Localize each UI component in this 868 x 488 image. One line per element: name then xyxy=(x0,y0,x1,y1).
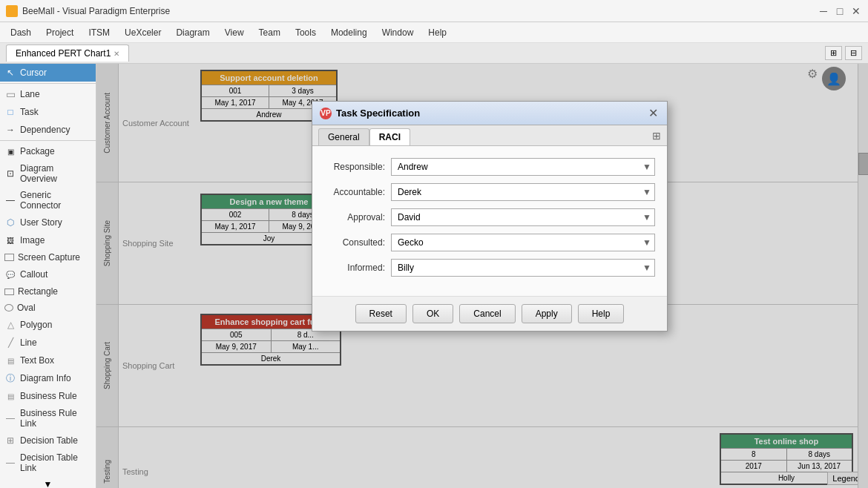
panel-item-rectangle[interactable]: Rectangle xyxy=(0,283,96,300)
tab-icons: ⊞ ⊟ xyxy=(825,46,862,60)
select-informed[interactable]: Billy ▼ xyxy=(391,259,655,277)
label-approval: Approval: xyxy=(324,212,391,222)
tab-bar: Enhanced PERT Chart1 ✕ ⊞ ⊟ xyxy=(0,43,868,64)
reset-button[interactable]: Reset xyxy=(355,304,407,323)
apply-button[interactable]: Apply xyxy=(522,304,572,323)
window-controls: ─ □ ✕ xyxy=(818,5,862,17)
panel-label-callout: Callout xyxy=(20,269,47,280)
panel-label-image: Image xyxy=(20,235,45,245)
panel-label-generic-connector: Generic Connector xyxy=(20,190,91,211)
panel-item-business-rule[interactable]: ▤ Business Rule xyxy=(0,387,96,405)
image-icon: 🖼 xyxy=(4,234,16,246)
user-story-icon: ⬡ xyxy=(4,217,16,228)
tab-raci[interactable]: RACI xyxy=(369,128,410,145)
task-icon: □ xyxy=(4,106,16,118)
diagram-info-icon: ⓘ xyxy=(4,372,16,384)
tab-label: Enhanced PERT Chart1 xyxy=(16,48,111,59)
panel-label-user-story: User Story xyxy=(20,217,62,228)
scroll-down-icon[interactable]: ▼ xyxy=(44,479,53,488)
panel-item-decision-table-link[interactable]: — Decision Table Link xyxy=(0,449,96,476)
informed-dropdown[interactable]: Billy xyxy=(395,260,651,276)
select-consulted[interactable]: Gecko ▼ xyxy=(391,234,655,251)
panel-item-text-box[interactable]: ▤ Text Box xyxy=(0,352,96,369)
menu-modeling[interactable]: Modeling xyxy=(323,24,375,41)
form-row-approval: Approval: David ▼ xyxy=(324,208,655,226)
close-button[interactable]: ✕ xyxy=(850,5,862,17)
panel-item-line[interactable]: ╱ Line xyxy=(0,334,96,352)
panel-item-decision-table[interactable]: ⊞ Decision Table xyxy=(0,432,96,449)
panel-item-lane[interactable]: ▭ Lane xyxy=(0,85,96,103)
modal-close-button[interactable]: ✕ xyxy=(647,106,660,120)
panel-item-user-story[interactable]: ⬡ User Story xyxy=(0,214,96,231)
dependency-icon: → xyxy=(4,124,16,136)
modal-tab-options[interactable]: ⊞ xyxy=(652,128,661,145)
panel-label-decision-table: Decision Table xyxy=(20,435,78,446)
business-rule-link-icon: — xyxy=(4,412,16,424)
panel-item-oval[interactable]: Oval xyxy=(0,300,96,316)
help-button[interactable]: Help xyxy=(578,304,625,323)
panel-label-oval: Oval xyxy=(17,303,36,313)
select-responsible[interactable]: Andrew ▼ xyxy=(391,158,655,176)
minimize-button[interactable]: ─ xyxy=(818,5,829,17)
app-title: BeeMall - Visual Paradigm Enterprise xyxy=(22,6,170,16)
modal-tabs: General RACI ⊞ xyxy=(312,125,667,146)
oval-icon xyxy=(4,304,13,311)
menu-view[interactable]: View xyxy=(217,24,251,41)
menu-project[interactable]: Project xyxy=(39,24,81,41)
rectangle-icon xyxy=(4,288,14,295)
modal-title-bar: VP Task Specification ✕ xyxy=(312,102,667,125)
panel-item-cursor[interactable]: ↖ Cursor xyxy=(0,64,96,82)
panel-label-polygon: Polygon xyxy=(20,320,52,330)
responsible-dropdown[interactable]: Andrew xyxy=(395,159,651,175)
ok-button[interactable]: OK xyxy=(412,304,453,323)
tab-general[interactable]: General xyxy=(318,128,369,145)
canvas-area[interactable]: Customer Account Customer Account Suppor… xyxy=(96,64,868,488)
menu-itsm[interactable]: ITSM xyxy=(81,24,117,41)
cursor-icon: ↖ xyxy=(4,67,16,79)
approval-dropdown[interactable]: David xyxy=(395,209,651,225)
task-specification-modal: VP Task Specification ✕ General RACI ⊞ xyxy=(312,101,668,332)
accountable-dropdown[interactable]: Derek xyxy=(395,184,651,200)
text-box-icon: ▤ xyxy=(4,355,16,366)
decision-table-icon: ⊞ xyxy=(4,435,16,446)
form-row-accountable: Accountable: Derek ▼ xyxy=(324,183,655,201)
panel-item-callout[interactable]: 💬 Callout xyxy=(0,266,96,283)
panel-item-generic-connector[interactable]: — Generic Connector xyxy=(0,187,96,214)
panel-item-diagram-overview[interactable]: ⊡ Diagram Overview xyxy=(0,160,96,187)
form-row-responsible: Responsible: Andrew ▼ xyxy=(324,158,655,176)
panel-item-dependency[interactable]: → Dependency xyxy=(0,121,96,139)
panel-item-business-rule-link[interactable]: — Business Rule Link xyxy=(0,405,96,432)
tab-pert-chart[interactable]: Enhanced PERT Chart1 ✕ xyxy=(6,44,129,62)
menu-tools[interactable]: Tools xyxy=(288,24,323,41)
select-accountable[interactable]: Derek ▼ xyxy=(391,183,655,201)
panel-item-polygon[interactable]: △ Polygon xyxy=(0,316,96,334)
panel-item-task[interactable]: □ Task xyxy=(0,103,96,121)
business-rule-icon: ▤ xyxy=(4,390,16,402)
menu-uexceler[interactable]: UeXceler xyxy=(117,24,168,41)
panel-item-package[interactable]: ▣ Package xyxy=(0,142,96,160)
diagram-icon-1[interactable]: ⊞ xyxy=(825,46,842,60)
menu-help[interactable]: Help xyxy=(421,24,454,41)
panel-label-diagram-overview: Diagram Overview xyxy=(20,163,91,184)
consulted-dropdown[interactable]: Gecko xyxy=(395,234,651,251)
form-row-informed: Informed: Billy ▼ xyxy=(324,259,655,277)
menu-dash[interactable]: Dash xyxy=(3,24,39,41)
panel-item-image[interactable]: 🖼 Image xyxy=(0,231,96,249)
cancel-button[interactable]: Cancel xyxy=(459,304,515,323)
left-panel: ↖ Cursor ▭ Lane □ Task → Dependency ▣ Pa… xyxy=(0,64,96,488)
label-responsible: Responsible: xyxy=(324,162,391,172)
panel-label-decision-table-link: Decision Table Link xyxy=(20,452,91,473)
maximize-button[interactable]: □ xyxy=(834,5,846,17)
menu-window[interactable]: Window xyxy=(375,24,421,41)
panel-label-task: Task xyxy=(20,107,39,117)
menu-diagram[interactable]: Diagram xyxy=(168,24,217,41)
panel-item-screen-capture[interactable]: Screen Capture xyxy=(0,249,96,266)
menu-team[interactable]: Team xyxy=(251,24,288,41)
app-icon xyxy=(6,5,18,17)
diagram-icon-2[interactable]: ⊟ xyxy=(845,46,862,60)
select-approval[interactable]: David ▼ xyxy=(391,208,655,226)
panel-item-diagram-info[interactable]: ⓘ Diagram Info xyxy=(0,369,96,387)
tab-close-icon[interactable]: ✕ xyxy=(114,50,119,58)
panel-label-business-rule: Business Rule xyxy=(20,391,77,401)
diagram-overview-icon: ⊡ xyxy=(4,168,16,179)
